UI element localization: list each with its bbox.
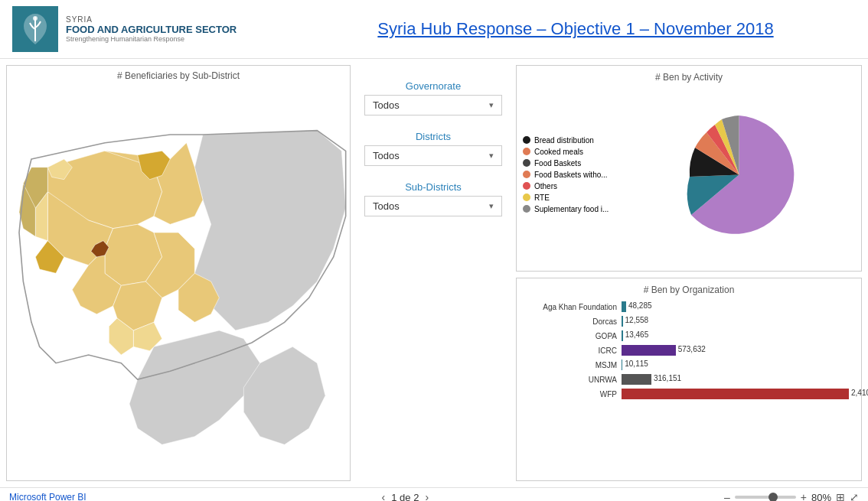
bar-label: WFP — [529, 390, 617, 399]
bar-label: ICRC — [529, 346, 617, 355]
bar-track: 573,632 — [622, 345, 849, 356]
filter-group-subdistricts: Sub-Districts Todos ▾ — [364, 181, 502, 216]
legend-dot-food-baskets — [523, 159, 530, 167]
governorate-arrow-icon: ▾ — [489, 100, 494, 110]
subdistricts-value: Todos — [373, 200, 400, 212]
legend-food-baskets-wo: Food Baskets witho... — [523, 171, 615, 179]
legend-dot-others — [523, 182, 530, 190]
logo-icon — [12, 6, 58, 52]
pie-panel: # Ben by Activity Bread distribution Coo… — [516, 65, 862, 272]
filter-group-districts: Districts Todos ▾ — [364, 131, 502, 166]
power-bi-link[interactable]: Microsoft Power BI — [9, 492, 86, 501]
next-page-button[interactable]: › — [425, 491, 429, 501]
bar-value: 48,285 — [628, 301, 652, 310]
zoom-percent: 80% — [811, 492, 831, 502]
bar-value: 2,410,678 — [851, 389, 868, 397]
legend-label-rte: RTE — [534, 194, 550, 202]
zoom-slider[interactable] — [735, 496, 796, 499]
legend-label-suplementary: Suplementary food i... — [534, 205, 609, 213]
zoom-plus-button[interactable]: + — [801, 491, 807, 501]
bar-value: 12,558 — [625, 316, 649, 324]
pie-title: # Ben by Activity — [523, 72, 855, 83]
bar-label: UNRWA — [529, 376, 617, 384]
bar-row: UNRWA316,151 — [529, 374, 849, 385]
subdistricts-arrow-icon: ▾ — [489, 201, 494, 211]
governorate-select[interactable]: Todos ▾ — [364, 95, 502, 115]
prev-page-button[interactable]: ‹ — [382, 491, 386, 501]
logo-syria-label: SYRIA — [66, 15, 237, 24]
bar-track: 2,410,678 — [622, 389, 849, 399]
filter-panel: Governorate Todos ▾ Districts Todos ▾ Su… — [357, 65, 510, 481]
districts-label: Districts — [416, 131, 451, 142]
legend-dot-bread — [523, 136, 530, 144]
pagination-text: 1 de 2 — [391, 492, 419, 502]
bar-fill: 573,632 — [622, 345, 676, 356]
bar-fill: 12,558 — [622, 316, 623, 327]
footer-pagination: ‹ 1 de 2 › — [382, 491, 429, 501]
bar-value: 573,632 — [678, 345, 706, 353]
logo-text: SYRIA FOOD AND AGRICULTURE SECTOR Streng… — [66, 15, 237, 43]
bar-fill: 13,465 — [622, 330, 623, 341]
fit-page-icon[interactable]: ⊞ — [836, 491, 845, 501]
districts-select[interactable]: Todos ▾ — [364, 145, 502, 166]
districts-value: Todos — [373, 150, 400, 161]
legend-cooked: Cooked meals — [523, 148, 615, 156]
bar-value: 10,115 — [625, 359, 648, 368]
fullscreen-icon[interactable]: ⤢ — [850, 491, 859, 501]
bar-fill: 10,115 — [622, 359, 622, 370]
map-panel: # Beneficiaries by Sub-District — [6, 65, 351, 481]
pie-svg — [672, 108, 806, 242]
legend-label-food-baskets-wo: Food Baskets witho... — [534, 171, 608, 179]
content-area: # Beneficiaries by Sub-District — [0, 59, 868, 487]
zoom-minus-button[interactable]: – — [724, 491, 730, 501]
map-svg-container — [7, 86, 350, 477]
subdistricts-select[interactable]: Todos ▾ — [364, 196, 502, 216]
bar-track: 316,151 — [622, 374, 849, 385]
bar-fill: 48,285 — [622, 301, 626, 312]
right-panel: # Ben by Activity Bread distribution Coo… — [516, 65, 862, 481]
subdistricts-label: Sub-Districts — [405, 181, 462, 193]
legend-label-others: Others — [534, 182, 557, 190]
pie-content: Bread distribution Cooked meals Food Bas… — [523, 87, 855, 262]
governorate-value: Todos — [373, 99, 400, 111]
legend-label-cooked: Cooked meals — [534, 148, 583, 156]
bar-label: Dorcas — [529, 317, 617, 326]
footer: Microsoft Power BI ‹ 1 de 2 › – + 80% ⊞ … — [0, 487, 868, 501]
zoom-thumb — [768, 493, 778, 501]
bar-panel: # Ben by Organization Aga Khan Foundatio… — [516, 278, 862, 481]
legend-dot-suplementary — [523, 205, 530, 213]
bar-row: GOPA13,465 — [529, 330, 849, 341]
bar-row: MSJM10,115 — [529, 359, 849, 370]
bar-value: 13,465 — [625, 330, 649, 339]
bar-label: GOPA — [529, 332, 617, 340]
bar-title: # Ben by Organization — [523, 285, 855, 295]
page-title: Syria Hub Response – Objective 1 – Novem… — [295, 19, 856, 39]
bar-label: MSJM — [529, 361, 617, 369]
main-container: SYRIA FOOD AND AGRICULTURE SECTOR Streng… — [0, 0, 868, 501]
bar-track: 48,285 — [622, 301, 849, 312]
bar-chart-area: Aga Khan Foundation48,285Dorcas12,558GOP… — [523, 301, 855, 399]
districts-arrow-icon: ▾ — [489, 151, 494, 161]
bar-row: ICRC573,632 — [529, 345, 849, 356]
legend-rte: RTE — [523, 194, 615, 202]
legend-others: Others — [523, 182, 615, 190]
legend-label-bread: Bread distribution — [534, 136, 594, 145]
bar-label: Aga Khan Foundation — [529, 303, 617, 311]
bar-track: 10,115 — [622, 359, 849, 370]
bar-value: 316,151 — [654, 374, 681, 382]
bar-track: 12,558 — [622, 316, 849, 327]
bar-row: Dorcas12,558 — [529, 316, 849, 327]
filter-group-governorate: Governorate Todos ▾ — [364, 80, 502, 115]
bar-fill: 316,151 — [622, 374, 651, 385]
footer-zoom: – + 80% ⊞ ⤢ — [724, 491, 859, 501]
svg-point-0 — [33, 16, 38, 21]
pie-chart-area — [622, 108, 855, 242]
legend-suplementary: Suplementary food i... — [523, 205, 615, 213]
map-svg — [7, 86, 350, 477]
logo-area: SYRIA FOOD AND AGRICULTURE SECTOR Streng… — [12, 6, 295, 52]
logo-fao-label: FOOD AND AGRICULTURE SECTOR — [66, 24, 237, 35]
bar-row: WFP2,410,678 — [529, 389, 849, 399]
governorate-label: Governorate — [406, 80, 461, 92]
legend-dot-food-baskets-wo — [523, 171, 530, 178]
bar-track: 13,465 — [622, 330, 849, 341]
